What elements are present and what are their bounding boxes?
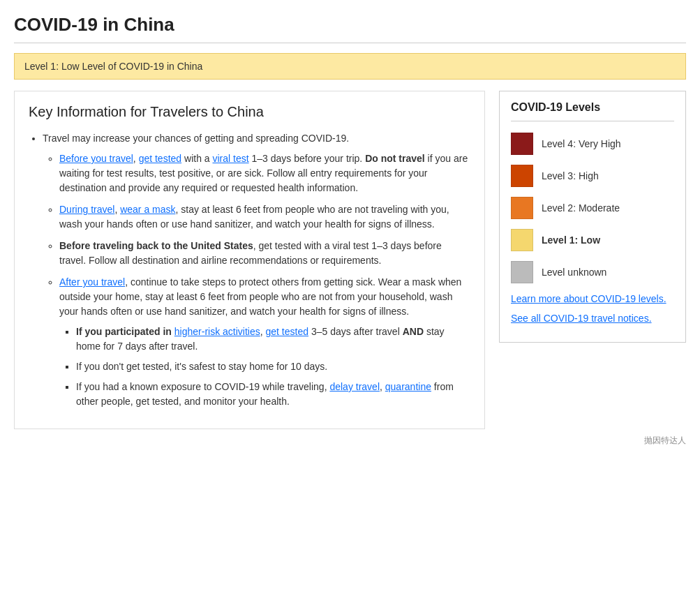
- watermark: 抛因特达人: [14, 435, 686, 447]
- content-heading: Key Information for Travelers to China: [29, 104, 470, 120]
- square-item-3: If you had a known exposure to COVID-19 …: [76, 380, 470, 409]
- level-3-label: Level 3: High: [542, 170, 599, 181]
- level-unknown-swatch: [511, 261, 533, 283]
- level-4-swatch: [511, 133, 533, 155]
- level-unknown-label: Level unknown: [542, 267, 606, 278]
- sub4a-text2: 3–5 days after travel: [308, 326, 403, 337]
- sub2-comma: ,: [114, 204, 120, 215]
- sub4c-text2: ,: [380, 381, 385, 392]
- level-4-label: Level 4: Very High: [542, 138, 621, 149]
- square-list: If you participated in higher-risk activ…: [59, 325, 470, 409]
- level-item-4: Level 4: Very High: [511, 133, 674, 155]
- sub4a-text1: ,: [260, 326, 266, 337]
- get-tested-link2[interactable]: get tested: [266, 326, 309, 337]
- list-item-during-travel: During travel, wear a mask, stay at leas…: [59, 202, 470, 232]
- inner-list: Before you travel, get tested with a vir…: [43, 151, 470, 409]
- sub4b-text: If you don't get tested, it's safest to …: [76, 361, 327, 372]
- quarantine-link[interactable]: quarantine: [385, 381, 431, 392]
- see-all-notices-link[interactable]: See all COVID-19 travel notices.: [511, 313, 674, 324]
- level-item-2: Level 2: Moderate: [511, 197, 674, 219]
- level-item-3: Level 3: High: [511, 165, 674, 187]
- content-area: Key Information for Travelers to China T…: [14, 91, 485, 429]
- sidebar-links: Learn more about COVID-19 levels. See al…: [511, 293, 674, 324]
- if-participated-bold: If you participated in: [76, 326, 174, 337]
- level-item-unknown: Level unknown: [511, 261, 674, 283]
- square-item-2: If you don't get tested, it's safest to …: [76, 359, 470, 374]
- level-2-label: Level 2: Moderate: [542, 202, 620, 214]
- level-3-swatch: [511, 165, 533, 187]
- do-not-travel-bold: Do not travel: [365, 153, 425, 164]
- alert-banner: Level 1: Low Level of COVID-19 in China: [14, 53, 686, 80]
- sub1-text3: 1–3 days before your trip.: [249, 153, 366, 164]
- page-title: COVID-19 in China: [14, 14, 686, 43]
- list-item-after-travel: After you travel, continue to take steps…: [59, 275, 470, 409]
- square-item-1: If you participated in higher-risk activ…: [76, 325, 470, 354]
- learn-more-link[interactable]: Learn more about COVID-19 levels.: [511, 293, 674, 304]
- level-2-swatch: [511, 197, 533, 219]
- before-travel-link[interactable]: Before you travel: [59, 153, 133, 164]
- sub4c-text1: If you had a known exposure to COVID-19 …: [76, 381, 329, 392]
- and-bold: AND: [403, 326, 424, 337]
- sub1-text2: with a: [181, 153, 212, 164]
- after-travel-link[interactable]: After you travel: [59, 276, 125, 288]
- during-travel-link[interactable]: During travel: [59, 204, 114, 215]
- main-layout: Key Information for Travelers to China T…: [14, 91, 686, 429]
- list-item-main: Travel may increase your chances of gett…: [43, 131, 470, 409]
- sub1-text1: ,: [133, 153, 139, 164]
- back-to-us-bold: Before traveling back to the United Stat…: [59, 240, 253, 251]
- outer-list: Travel may increase your chances of gett…: [29, 131, 470, 409]
- sidebar-title: COVID-19 Levels: [511, 101, 674, 121]
- level-item-1: Level 1: Low: [511, 229, 674, 251]
- sidebar: COVID-19 Levels Level 4: Very High Level…: [499, 91, 686, 343]
- list-item-before-travel: Before you travel, get tested with a vir…: [59, 151, 470, 195]
- level-1-label: Level 1: Low: [542, 234, 600, 246]
- delay-travel-link[interactable]: delay travel: [329, 381, 380, 392]
- wear-mask-link[interactable]: wear a mask: [120, 204, 175, 215]
- viral-test-link[interactable]: viral test: [212, 153, 248, 164]
- bullet1-text: Travel may increase your chances of gett…: [43, 133, 349, 144]
- level-1-swatch: [511, 229, 533, 251]
- get-tested-link1[interactable]: get tested: [139, 153, 182, 164]
- higher-risk-link[interactable]: higher-risk activities: [174, 326, 260, 337]
- list-item-back-to-us: Before traveling back to the United Stat…: [59, 239, 470, 268]
